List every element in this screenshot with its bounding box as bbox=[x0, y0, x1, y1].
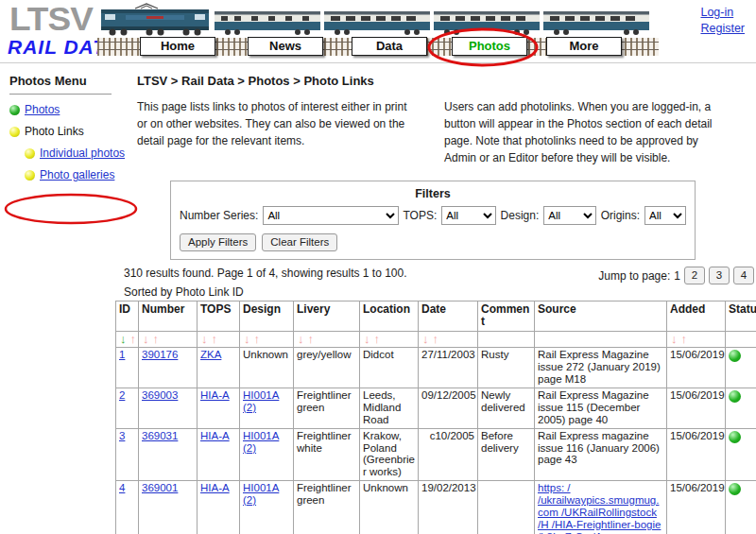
sidebar-item-photos: Photos bbox=[9, 103, 112, 116]
sort-cell-number: ↓↑ bbox=[139, 331, 198, 348]
source-link[interactable]: https: / /ukrailwaypics.smugmug.com /UKR… bbox=[538, 482, 661, 534]
cell-livery: Freightliner green bbox=[294, 388, 360, 429]
yellow-dot-icon bbox=[25, 148, 35, 159]
cell-status bbox=[726, 428, 756, 481]
sort-asc-arrow-icon[interactable]: ↑ bbox=[681, 332, 688, 346]
cell-number: 390176 bbox=[139, 348, 198, 388]
cell-comment: Newly delivered bbox=[478, 388, 535, 429]
filter-design-select[interactable]: All bbox=[543, 206, 595, 225]
column-header-date: Date bbox=[419, 301, 478, 332]
tops-link[interactable]: HIA-A bbox=[200, 389, 230, 401]
sort-asc-arrow-icon[interactable]: ↑ bbox=[254, 332, 261, 346]
design-link[interactable]: HI001A (2) bbox=[243, 482, 279, 506]
green-dot-icon bbox=[9, 105, 20, 115]
sidebar-item-label[interactable]: Photo galleries bbox=[40, 168, 114, 181]
filter-origins-select[interactable]: All bbox=[644, 206, 686, 225]
tops-link[interactable]: HIA-A bbox=[200, 482, 230, 493]
sidebar-divider bbox=[9, 94, 112, 95]
tab-news[interactable]: News bbox=[248, 37, 323, 56]
sidebar-item-label[interactable]: Photos bbox=[25, 103, 60, 116]
jump-page-3-button[interactable]: 3 bbox=[709, 267, 730, 284]
number-link[interactable]: 390176 bbox=[142, 349, 178, 360]
number-link[interactable]: 369031 bbox=[142, 430, 178, 441]
cell-design: Unknown bbox=[240, 348, 294, 388]
table-row: 4369001HIA-AHI001A (2)Freightliner green… bbox=[116, 481, 756, 534]
id-link[interactable]: 4 bbox=[119, 482, 125, 493]
sort-asc-arrow-icon[interactable]: ↑ bbox=[433, 332, 439, 346]
sorted-by-label: Sorted by Photo Link ID bbox=[124, 285, 756, 299]
sort-asc-arrow-icon[interactable]: ↑ bbox=[130, 332, 137, 346]
sort-asc-arrow-icon[interactable]: ↑ bbox=[308, 332, 315, 346]
sort-desc-arrow-icon[interactable]: ↓ bbox=[201, 332, 208, 346]
cell-id: 1 bbox=[116, 348, 139, 388]
auth-links: Log-in Register bbox=[700, 5, 745, 37]
tops-link[interactable]: HIA-A bbox=[200, 430, 230, 441]
nav-track-strip: HomeNewsDataPhotosMore bbox=[97, 38, 659, 56]
column-header-status: Status bbox=[726, 301, 756, 332]
tab-data[interactable]: Data bbox=[352, 37, 427, 56]
sort-desc-arrow-icon[interactable]: ↓ bbox=[364, 332, 370, 346]
column-header-number: Number bbox=[139, 301, 198, 332]
sort-asc-arrow-icon[interactable]: ↑ bbox=[374, 332, 381, 346]
tab-more[interactable]: More bbox=[546, 37, 622, 56]
jump-page-4-button[interactable]: 4 bbox=[733, 267, 754, 284]
cell-id: 3 bbox=[116, 428, 139, 481]
register-link[interactable]: Register bbox=[700, 22, 745, 35]
page-header: LTSV RAIL DATA bbox=[0, 0, 756, 63]
cell-number: 369031 bbox=[139, 428, 198, 481]
cell-date: 09/12/2005 bbox=[419, 388, 478, 429]
cell-added: 15/06/2019 bbox=[667, 481, 726, 534]
number-link[interactable]: 369003 bbox=[142, 389, 178, 401]
id-link[interactable]: 3 bbox=[119, 430, 125, 441]
number-link[interactable]: 369001 bbox=[142, 482, 178, 493]
cell-design: HI001A (2) bbox=[240, 481, 294, 534]
status-approved-icon bbox=[729, 350, 741, 362]
sort-desc-arrow-icon[interactable]: ↓ bbox=[671, 332, 678, 346]
sort-desc-arrow-icon[interactable]: ↓ bbox=[298, 332, 304, 346]
clear-filters-button[interactable]: Clear Filters bbox=[262, 233, 337, 251]
login-link[interactable]: Log-in bbox=[700, 6, 733, 19]
column-header-source: Source bbox=[535, 301, 667, 332]
cell-tops: ZKA bbox=[198, 348, 240, 388]
design-link[interactable]: HI001A (2) bbox=[243, 389, 279, 413]
breadcrumb: LTSV > Rail Data > Photos > Photo Links bbox=[137, 74, 756, 88]
sort-cell-comment bbox=[478, 331, 535, 348]
cell-tops: HIA-A bbox=[198, 388, 240, 429]
sort-desc-arrow-icon[interactable]: ↓ bbox=[244, 332, 250, 346]
filter-tops-select[interactable]: All bbox=[441, 206, 495, 225]
tab-photos[interactable]: Photos bbox=[452, 37, 527, 56]
jump-to-page-label: Jump to page: bbox=[598, 269, 670, 283]
filter-number-series-select[interactable]: All bbox=[263, 206, 398, 225]
sort-desc-arrow-icon[interactable]: ↓ bbox=[143, 332, 149, 346]
status-approved-icon bbox=[729, 431, 741, 443]
cell-location: Unknown bbox=[360, 481, 419, 534]
status-approved-icon bbox=[729, 390, 741, 403]
tab-home[interactable]: Home bbox=[140, 37, 215, 56]
current-page-number: 1 bbox=[674, 269, 680, 283]
ltsv-logo[interactable]: LTSV bbox=[9, 1, 93, 39]
column-header-livery: Livery bbox=[294, 301, 360, 332]
cell-added: 15/06/2019 bbox=[667, 348, 726, 388]
yellow-dot-icon bbox=[25, 170, 35, 181]
tops-link[interactable]: ZKA bbox=[200, 349, 221, 360]
sort-asc-arrow-icon[interactable]: ↑ bbox=[153, 332, 160, 346]
sort-asc-arrow-icon[interactable]: ↑ bbox=[212, 332, 218, 346]
id-link[interactable]: 2 bbox=[119, 389, 125, 401]
cell-date: 19/02/2013 bbox=[419, 481, 478, 534]
sort-cell-date: ↓↑ bbox=[419, 331, 478, 348]
id-link[interactable]: 1 bbox=[119, 349, 125, 360]
sort-desc-arrow-icon[interactable]: ↓ bbox=[422, 332, 429, 346]
cell-location: Krakow, Poland (Greenbrier works) bbox=[360, 428, 419, 481]
sort-cell-id: ↓↑ bbox=[116, 331, 139, 348]
sidebar-item-label[interactable]: Individual photos bbox=[40, 146, 125, 160]
table-sort-row: ↓↑↓↑↓↑↓↑↓↑↓↑↓↑↓↑ bbox=[116, 331, 756, 348]
cell-source: Rail Express Magazine issue 115 (Decembe… bbox=[535, 388, 667, 429]
cell-date: 27/11/2003 bbox=[419, 348, 478, 388]
design-link[interactable]: HI001A (2) bbox=[243, 430, 279, 454]
sort-desc-arrow-icon[interactable]: ↓ bbox=[120, 332, 127, 346]
cell-source: Rail Express Magazine issue 272 (January… bbox=[535, 348, 667, 388]
filters-title: Filters bbox=[180, 187, 686, 200]
cell-source: Rail Express magazine issue 116 (January… bbox=[535, 428, 667, 481]
jump-page-2-button[interactable]: 2 bbox=[684, 267, 705, 284]
apply-filters-button[interactable]: Apply Filters bbox=[180, 233, 256, 251]
